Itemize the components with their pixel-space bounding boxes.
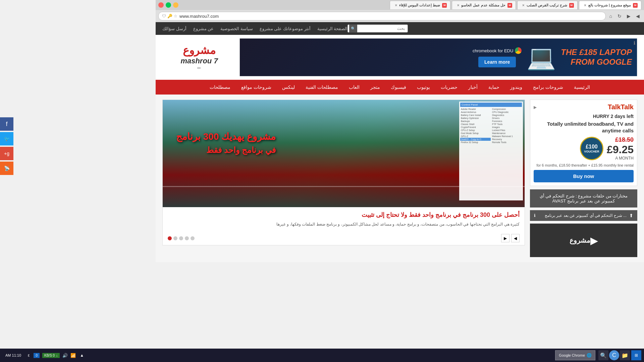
- site-logo: مشروع mashrou 7 ✏: [162, 38, 236, 76]
- ad-banner: ℹ THE £185 LAPTOP FROM GOOGLE 💻 chromebo…: [239, 38, 637, 76]
- slider-title: أحصل على 300 برنامج في برنامج واحد فقط و…: [168, 211, 520, 219]
- left-sidebar: TalkTalk ▶ HURRY 2 days left Totally unl…: [530, 100, 637, 257]
- buy-now-button[interactable]: Buy now: [534, 170, 634, 182]
- ad-right: chromebook for EDU Learn more: [473, 47, 522, 67]
- logo-latin: mashrou 7: [180, 57, 218, 65]
- nav-item-news[interactable]: أخبار: [463, 80, 483, 95]
- back-button[interactable]: ◀: [634, 13, 641, 19]
- slider-arrows: ◀ ▶: [501, 234, 520, 242]
- nav-item-home[interactable]: الرئيسية: [569, 80, 595, 95]
- site-search: 🔍: [347, 24, 408, 33]
- tab-title-2: شرح تركيب القرص الصلب: [527, 3, 567, 7]
- nav-item-linux[interactable]: لينكس: [277, 80, 300, 95]
- slider-arabic-2: في برنامج واحد فقط: [176, 145, 276, 155]
- extension-icon[interactable]: 🔑: [167, 14, 172, 18]
- tab-favicon-4: M: [442, 3, 447, 8]
- small-print: for 6 months, £18.50 thereafter + £15.95…: [534, 163, 634, 167]
- laptop-image: 💻: [527, 44, 556, 71]
- offer-text: Totally unlimited broadband, TV and anyt…: [534, 121, 634, 134]
- reload-button[interactable]: ↻: [616, 13, 623, 19]
- nav-item-protection[interactable]: حماية: [483, 80, 505, 95]
- slider-text-overlay: مشروع يهديك 300 برنامج في برنامج واحد فق…: [176, 131, 276, 155]
- promo-box: مختارات من حلقات مشروع : شرح التحكم في أ…: [530, 189, 637, 207]
- chromebook-label: chromebook for EDU: [473, 48, 513, 53]
- address-text: www.mashrou7.com: [179, 14, 602, 19]
- tab-close-1[interactable]: ×: [584, 3, 586, 8]
- new-price: £9.25: [607, 143, 634, 156]
- ad-text-line2: FROM GOOGLE: [561, 57, 632, 67]
- slider-next-button[interactable]: ▶: [501, 234, 509, 242]
- page-content: 🔍 الصفحة الرئيسية أنثر موضوعاتك على مشرو…: [156, 22, 644, 262]
- video-logo: مشروع: [570, 236, 590, 244]
- ad-text-container: THE £185 LAPTOP FROM GOOGLE: [561, 48, 632, 67]
- nav-item-sites[interactable]: شروحات مواقع: [236, 80, 277, 95]
- top-nav: 🔍 الصفحة الرئيسية أنثر موضوعاتك على مشرو…: [156, 22, 644, 35]
- sidebar-ad: TalkTalk ▶ HURRY 2 days left Totally unl…: [530, 100, 637, 186]
- tab-favicon-2: M: [569, 3, 574, 8]
- slider-dot-3[interactable]: [179, 236, 183, 240]
- slider-info: أحصل على 300 برنامج في برنامج واحد فقط و…: [163, 207, 525, 231]
- share-icon[interactable]: ⬆: [629, 213, 633, 218]
- nav-item-store[interactable]: متجر: [365, 80, 385, 95]
- tab-1[interactable]: M موقع مشروع | شروحات بالع ×: [579, 1, 641, 9]
- nav-link-privacy[interactable]: سياسة الخصوصية: [220, 26, 253, 31]
- nav-item-software[interactable]: شروحات برامج: [528, 80, 569, 95]
- tab-close-2[interactable]: ×: [522, 3, 525, 8]
- logo-container: مشروع mashrou 7 ✏: [180, 44, 218, 71]
- window-controls: [158, 2, 178, 8]
- menu-columns: Adobe Reader Avast Antivirus Battery Car…: [460, 108, 522, 144]
- nav-link-about[interactable]: عن مشروع: [193, 26, 214, 31]
- home-button[interactable]: ⌂: [608, 13, 614, 19]
- nav-item-youtube[interactable]: يوتيوب: [412, 80, 435, 95]
- price-area: £18.50 £9.25 A MONTH £100 VOUCHER: [534, 136, 634, 161]
- forward-button[interactable]: ▶: [625, 13, 632, 19]
- voucher-label: VOUCHER: [584, 150, 599, 153]
- nav-item-tech-terms[interactable]: مصطلحات الفنية: [300, 80, 343, 95]
- slider-prev-button[interactable]: ◀: [511, 234, 520, 242]
- close-button[interactable]: [158, 2, 164, 8]
- tab-3[interactable]: M حل مشكلة عدم عمل الحاسو ×: [452, 1, 516, 9]
- ad-close-icon[interactable]: ℹ: [634, 40, 635, 46]
- sidebar-ad-close[interactable]: ▶: [534, 105, 537, 110]
- share-text: ... شرح التحكم في أي كمبيوتر عن بعد عبر …: [545, 213, 627, 218]
- slider-dot-2[interactable]: [185, 236, 189, 240]
- menu-preview-panel: Control Panel Adobe Reader Avast Antivir…: [459, 102, 523, 200]
- tab-4[interactable]: M ضبط إعدادات البيوس للإقاء ×: [390, 1, 450, 9]
- tab-title-1: موقع مشروع | شروحات بالع: [588, 3, 631, 7]
- tab-close-3[interactable]: ×: [457, 3, 459, 8]
- voucher: £100 VOUCHER: [580, 137, 603, 160]
- logo-arabic: مشروع: [180, 44, 218, 57]
- slider-dot-1[interactable]: [191, 236, 195, 240]
- slider-dot-4[interactable]: [173, 236, 177, 240]
- per-month: A MONTH: [607, 156, 634, 161]
- address-bar[interactable]: www.mashrou7.com ☆ 🔑 🛡: [158, 12, 606, 20]
- nav-item-local[interactable]: حضريات: [435, 80, 463, 95]
- nav-link-publish[interactable]: أنثر موضوعاتك على مشروع: [260, 26, 311, 31]
- tab-2[interactable]: M شرح تركيب القرص الصلب ×: [517, 1, 578, 9]
- info-icon[interactable]: ℹ: [534, 213, 536, 218]
- nav-item-windows[interactable]: ويندوز: [505, 80, 528, 95]
- voucher-amount: £100: [586, 144, 598, 150]
- title-bar: M موقع مشروع | شروحات بالع × M شرح تركيب…: [156, 0, 644, 10]
- slider-image: مشروع يهديك 300 برنامج في برنامج واحد فق…: [163, 100, 525, 207]
- bookmark-icon[interactable]: ☆: [174, 14, 177, 18]
- address-bar-row: ◀ ▶ ↻ ⌂ www.mashrou7.com ☆ 🔑 🛡: [156, 10, 644, 22]
- ad-text-line1: THE £185 LAPTOP: [561, 48, 632, 57]
- slider-dot-5[interactable]: [168, 236, 172, 240]
- tab-close-4[interactable]: ×: [395, 3, 397, 8]
- chrome-icon: [515, 47, 522, 54]
- nav-link-question[interactable]: أرسل سؤالك: [162, 26, 186, 31]
- minimize-button[interactable]: [173, 2, 178, 8]
- video-thumbnail[interactable]: ▶ مشروع: [530, 224, 637, 257]
- price-text-container: £18.50 £9.25 A MONTH: [607, 136, 634, 161]
- nav-item-terms[interactable]: مصطلحات: [204, 80, 236, 95]
- shield-icon[interactable]: 🛡: [162, 14, 166, 18]
- old-price: £18.50: [607, 136, 634, 143]
- learn-more-button[interactable]: Learn more: [478, 57, 516, 67]
- nav-item-facebook[interactable]: فيسبوك: [385, 80, 412, 95]
- search-button[interactable]: 🔍: [349, 24, 357, 33]
- search-input[interactable]: [357, 26, 408, 31]
- nav-link-home[interactable]: الصفحة الرئيسية: [317, 26, 348, 31]
- maximize-button[interactable]: [166, 2, 171, 8]
- nav-item-games[interactable]: العاب: [343, 80, 365, 95]
